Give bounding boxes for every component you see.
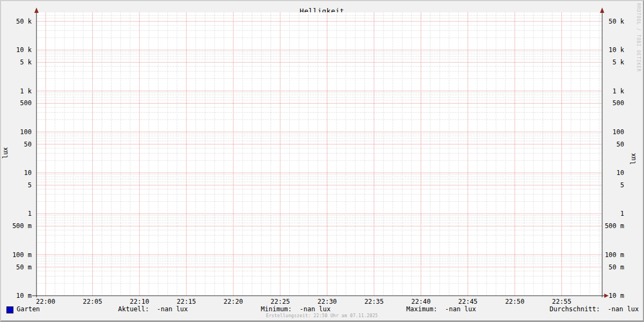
creation-time-text: Erstellungszeit: 22:50 Uhr am 07.11.2025: [1, 313, 643, 318]
legend-stat-minimum: Minimum: -nan lux: [261, 305, 331, 313]
rrdtool-graph: Helligkeit RRDTOOL / TOBI OETIKER lux lu…: [0, 0, 644, 322]
legend-series-label: Garten: [17, 305, 40, 313]
legend-stat-aktuell: Aktuell: -nan lux: [118, 305, 188, 313]
legend-stat-maximum: Maximum: -nan lux: [406, 305, 476, 313]
legend-swatch: [6, 306, 13, 313]
legend-stat-durchschnitt: Durchschnitt: -nan lux: [550, 305, 639, 313]
legend: Garten Aktuell: -nan lux Minimum: -nan l…: [1, 1, 643, 320]
